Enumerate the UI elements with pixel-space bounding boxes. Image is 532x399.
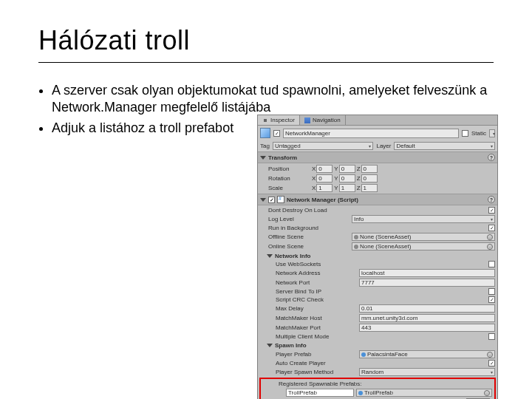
tag-layer-row: Tag Untagged▾ Layer Default▾: [258, 140, 497, 151]
registered-prefab-field[interactable]: TrollPrefab○: [356, 389, 492, 397]
tag-dropdown[interactable]: Untagged▾: [273, 142, 374, 150]
scl-z[interactable]: 1: [361, 184, 378, 192]
tab-inspector[interactable]: Inspector: [258, 115, 300, 125]
mm-port-field[interactable]: 443: [359, 324, 495, 332]
inspector-tabs: Inspector Navigation: [258, 115, 497, 126]
transform-header[interactable]: Transform ?: [258, 151, 497, 163]
navigation-icon: [304, 117, 310, 123]
bind-ip-checkbox[interactable]: [488, 288, 495, 295]
rot-z[interactable]: 0: [361, 174, 378, 183]
active-checkbox[interactable]: [273, 130, 280, 137]
scl-y[interactable]: 1: [339, 184, 355, 192]
networkmanager-header[interactable]: Network Manager (Script) ?: [258, 194, 497, 205]
registered-prefab-name[interactable]: TrollPrefab: [286, 389, 354, 397]
network-port-field[interactable]: 7777: [359, 279, 495, 287]
max-delay-field[interactable]: 0.01: [359, 304, 495, 313]
highlight-box: Registered Spawnable Prefabs: TrollPrefa…: [259, 378, 496, 399]
foldout-icon[interactable]: [267, 254, 273, 258]
gameobject-header: NetworkManager Static ▾: [258, 126, 497, 140]
spawn-method-dropdown[interactable]: Random▾: [359, 368, 495, 376]
foldout-icon: [260, 156, 266, 160]
gameobject-name-field[interactable]: NetworkManager: [283, 129, 459, 138]
rot-x[interactable]: 0: [316, 174, 332, 183]
log-level-dropdown[interactable]: Info▾: [352, 215, 495, 223]
offline-scene-field[interactable]: None (SceneAsset)○: [352, 233, 495, 241]
pos-y[interactable]: 0: [339, 165, 355, 173]
help-icon[interactable]: ?: [488, 196, 495, 203]
layer-dropdown[interactable]: Default▾: [394, 142, 495, 150]
registered-prefabs-label: Registered Spawnable Prefabs:: [279, 381, 362, 387]
mm-host-field[interactable]: mm.unet.unity3d.com: [359, 314, 495, 322]
auto-create-checkbox[interactable]: [488, 360, 495, 366]
foldout-icon[interactable]: [267, 344, 273, 347]
dont-destroy-checkbox[interactable]: [488, 207, 495, 214]
rot-y[interactable]: 0: [339, 174, 355, 183]
crc-checkbox[interactable]: [488, 296, 495, 303]
help-icon[interactable]: ?: [488, 154, 495, 161]
multiclient-checkbox[interactable]: [488, 333, 495, 340]
bullet-1: A szerver csak olyan objektumokat tud sp…: [52, 82, 494, 115]
online-scene-field[interactable]: None (SceneAsset)○: [352, 242, 495, 250]
component-enable-checkbox[interactable]: [268, 197, 275, 203]
tab-navigation[interactable]: Navigation: [300, 115, 346, 125]
static-dropdown[interactable]: ▾: [489, 129, 495, 137]
run-bg-checkbox[interactable]: [488, 225, 495, 231]
foldout-icon: [260, 198, 266, 202]
unity-inspector-panel: Inspector Navigation NetworkManager Stat…: [257, 115, 498, 399]
player-prefab-field[interactable]: PalacsintaFace○: [359, 350, 495, 358]
inspector-icon: [262, 117, 268, 123]
scl-x[interactable]: 1: [316, 184, 332, 192]
static-checkbox[interactable]: [462, 130, 468, 137]
gameobject-cube-icon: [260, 128, 270, 138]
pos-z[interactable]: 0: [361, 165, 378, 173]
pos-x[interactable]: 0: [316, 165, 332, 173]
title-rule: [38, 62, 494, 63]
script-icon: [277, 196, 284, 203]
network-address-field[interactable]: localhost: [359, 269, 495, 277]
slide-title: Hálózati troll: [38, 25, 494, 56]
use-websockets-checkbox[interactable]: [488, 261, 495, 267]
